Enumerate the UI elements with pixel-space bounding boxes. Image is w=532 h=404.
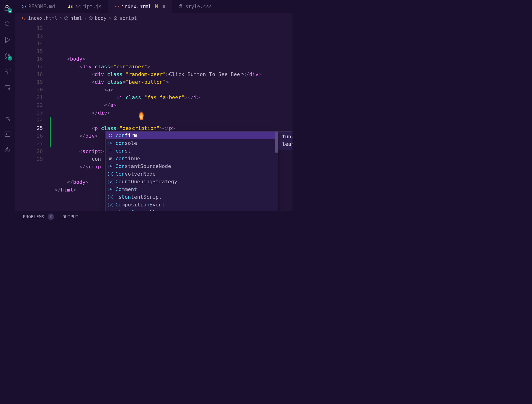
suggest-item[interactable]: [⊘] ConstantSourceNode	[106, 162, 278, 170]
suggest-item[interactable]: confirm	[106, 132, 278, 139]
tab-label: script.js	[75, 4, 102, 9]
explorer-icon[interactable]: 1	[4, 4, 12, 12]
code-line[interactable]: <div class="container">	[50, 63, 262, 70]
line-number: 29	[15, 155, 43, 163]
panel-tab-label: PROBLEMS	[23, 214, 44, 219]
html-file-icon	[21, 16, 26, 20]
tab-label: README.md	[28, 4, 55, 9]
breadcrumb-part[interactable]: index.html	[28, 15, 57, 21]
code-line[interactable]: <a>	[50, 86, 262, 94]
scm-badge: 1	[8, 56, 12, 61]
tab-readme[interactable]: README.md	[15, 0, 62, 13]
line-number: 27	[15, 140, 43, 147]
code-line[interactable]: <body>	[50, 55, 262, 63]
svg-rect-20	[7, 148, 8, 149]
problems-count-badge: 3	[48, 214, 54, 220]
tab-label: index.html	[122, 4, 151, 9]
suggest-label: CompositionEvent	[115, 201, 165, 208]
suggest-item[interactable]: [⊘] CountQueuingStrategy	[106, 178, 278, 185]
suggest-item[interactable]: [⊘] msContentScript	[106, 193, 278, 201]
suggest-scrollbar[interactable]	[275, 132, 278, 152]
line-number: 13	[15, 32, 43, 40]
svg-rect-15	[5, 132, 10, 136]
explorer-badge: 1	[8, 8, 12, 13]
breadcrumb[interactable]: index.html › html › body › script	[15, 13, 292, 23]
chevron-right-icon: ›	[108, 15, 112, 21]
dirty-dot-icon	[163, 5, 165, 8]
code-editor[interactable]: 121314151617181920212223242526272829 <bo…	[15, 23, 292, 211]
panel-tab-output[interactable]: OUTPUT	[63, 214, 79, 219]
line-number: 17	[15, 63, 43, 70]
intellisense-detail: function lean	[278, 131, 292, 150]
svg-point-13	[9, 116, 10, 117]
code-line[interactable]: <div class="random-beer">Click Button To…	[50, 70, 262, 78]
line-number: 25	[15, 124, 43, 132]
line-number: 24	[15, 117, 43, 124]
kind-var-icon: [⊘]	[108, 210, 113, 211]
code-line[interactable]: </div>	[50, 109, 262, 117]
panel-tabs: PROBLEMS 3 OUTPUT	[15, 211, 292, 222]
modified-m-badge: M	[155, 4, 158, 9]
kind-var-icon: [⊘]	[108, 202, 113, 207]
run-debug-icon[interactable]	[4, 36, 12, 44]
breadcrumb-part[interactable]: html	[70, 15, 82, 21]
kind-var-icon: [⊘]	[108, 187, 113, 192]
suggest-label: const	[115, 147, 131, 155]
breadcrumb-part[interactable]: script	[120, 15, 137, 21]
svg-rect-21	[7, 147, 8, 148]
suggest-item[interactable]: [⊘] Comment	[106, 185, 278, 193]
search-icon[interactable]	[4, 20, 12, 28]
line-number-gutter: 121314151617181920212223242526272829	[15, 23, 50, 211]
suggest-label: AbortController	[115, 208, 162, 211]
svg-point-14	[9, 120, 10, 120]
svg-rect-8	[8, 69, 10, 71]
line-number: 16	[15, 55, 43, 63]
line-number: 23	[15, 109, 43, 117]
kind-method-icon	[108, 133, 113, 138]
source-control-icon[interactable]: 1	[4, 52, 12, 60]
line-number: 18	[15, 70, 43, 78]
suggest-item[interactable]: [⊘] console	[106, 139, 278, 147]
remote-icon[interactable]	[4, 83, 12, 91]
suggest-label: CountQueuingStrategy	[115, 178, 177, 185]
graph-icon[interactable]	[4, 114, 12, 122]
code-line[interactable]: <p class="description"></p>	[50, 124, 262, 132]
kind-kw-icon	[108, 148, 113, 153]
terminal-icon[interactable]	[4, 130, 12, 138]
suggest-item[interactable]: [⊘] ConvolverNode	[106, 170, 278, 178]
line-number: 15	[15, 47, 43, 55]
panel-tab-label: OUTPUT	[63, 214, 79, 219]
svg-rect-5	[5, 69, 7, 71]
line-number: 12	[15, 24, 43, 32]
intellisense-popup[interactable]: confirm[⊘] console const continue[⊘] Con…	[105, 131, 278, 211]
line-number: 21	[15, 94, 43, 101]
extensions-icon[interactable]	[4, 68, 12, 76]
kind-var-icon: [⊘]	[108, 141, 113, 146]
suggest-item[interactable]: const	[106, 147, 278, 155]
detail-line: function	[282, 133, 292, 140]
docker-icon[interactable]	[4, 146, 12, 154]
suggest-label: confirm	[115, 132, 137, 139]
activity-bar: 1 1	[0, 0, 15, 222]
code-line[interactable]	[50, 117, 262, 124]
code-line[interactable]: <i class="fas fa-beer"></i>	[50, 94, 262, 101]
tab-style[interactable]: # style.css	[172, 0, 219, 13]
chevron-right-icon: ›	[59, 15, 62, 21]
kind-var-icon: [⊘]	[108, 164, 113, 169]
js-file-icon: JS	[68, 4, 73, 9]
panel-tab-problems[interactable]: PROBLEMS 3	[23, 214, 54, 220]
suggest-label: Comment	[115, 185, 137, 193]
suggest-item[interactable]: [⊘] AbortController	[106, 208, 278, 211]
code-line[interactable]: <div class="beer-button">	[50, 78, 262, 86]
suggest-label: ConstantSourceNode	[115, 162, 171, 170]
css-file-icon: #	[178, 4, 183, 9]
suggest-item[interactable]: continue	[106, 155, 278, 162]
tab-index[interactable]: index.htmlM	[108, 0, 172, 13]
code-line[interactable]: </a>	[50, 101, 262, 109]
breadcrumb-part[interactable]: body	[95, 15, 107, 21]
kind-var-icon: [⊘]	[108, 179, 113, 184]
tab-script[interactable]: JS script.js	[62, 0, 108, 13]
suggest-item[interactable]: [⊘] CompositionEvent	[106, 201, 278, 208]
suggest-label: msContentScript	[115, 193, 162, 201]
block-icon	[64, 16, 68, 20]
